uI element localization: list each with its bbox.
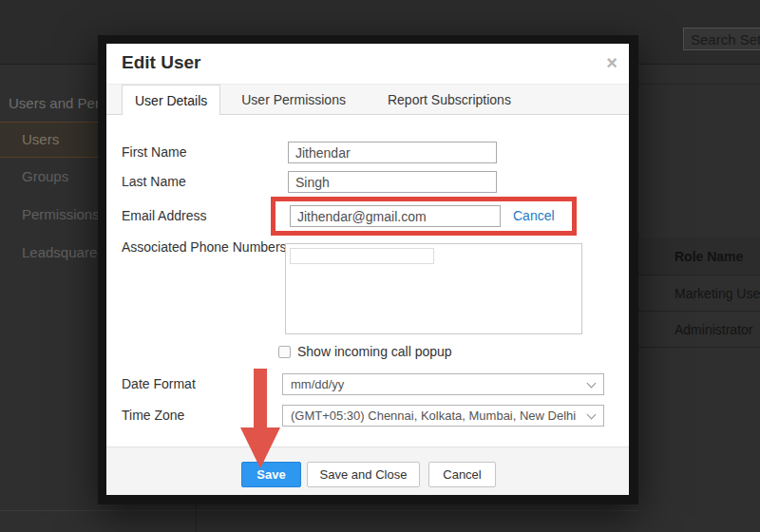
modal-header: Edit User ×: [106, 44, 629, 84]
modal-title: Edit User: [122, 52, 200, 73]
settings-page: Users and Permissions Users Groups Permi…: [0, 0, 760, 532]
email-cancel-link[interactable]: Cancel: [513, 208, 555, 223]
phone-number-input[interactable]: [290, 248, 434, 264]
save-and-close-button[interactable]: Save and Close: [307, 462, 420, 487]
role-name-column-header: Role Name: [618, 238, 760, 276]
incoming-call-popup-label: Show incoming call popup: [297, 344, 452, 359]
first-name-field[interactable]: [288, 142, 497, 163]
modal-body: First Name Last Name Email Address Cance…: [106, 115, 629, 446]
last-name-label: Last Name: [122, 174, 186, 189]
close-icon[interactable]: ×: [606, 50, 618, 75]
time-zone-value: (GMT+05:30) Chennai, Kolkata, Mumbai, Ne…: [291, 408, 576, 423]
modal-tab-bar: User Details User Permissions Report Sub…: [106, 84, 629, 115]
footer-divider: [0, 510, 638, 511]
save-button[interactable]: Save: [241, 462, 301, 487]
chevron-down-icon: [587, 379, 597, 389]
phone-numbers-panel: [285, 243, 582, 334]
edit-user-modal: Edit User × User Details User Permission…: [98, 35, 638, 504]
table-row-administrator: Administrator: [618, 312, 760, 348]
search-input[interactable]: [683, 28, 760, 50]
date-format-label: Date Format: [122, 376, 196, 391]
roles-table: Role Name Marketing User Administrator: [618, 238, 760, 348]
incoming-call-popup-checkbox[interactable]: [278, 346, 291, 358]
tab-report-subscriptions[interactable]: Report Subscriptions: [367, 85, 532, 114]
time-zone-select[interactable]: (GMT+05:30) Chennai, Kolkata, Mumbai, Ne…: [282, 405, 604, 427]
time-zone-label: Time Zone: [122, 408, 184, 423]
date-format-select[interactable]: mm/dd/yy: [282, 373, 604, 395]
date-format-value: mm/dd/yy: [291, 377, 344, 391]
associated-phone-numbers-label: Associated Phone Numbers: [122, 239, 287, 255]
email-address-label: Email Address: [122, 208, 206, 223]
chevron-down-icon: [587, 410, 597, 420]
tab-user-permissions[interactable]: User Permissions: [220, 85, 367, 114]
tab-user-details[interactable]: User Details: [122, 85, 220, 115]
cancel-button[interactable]: Cancel: [428, 462, 496, 487]
first-name-label: First Name: [122, 144, 186, 160]
last-name-field[interactable]: [288, 171, 497, 193]
table-row-marketing-user: Marketing User: [618, 276, 760, 312]
email-address-field[interactable]: [290, 205, 501, 227]
modal-footer: Save Save and Close Cancel: [106, 446, 629, 495]
